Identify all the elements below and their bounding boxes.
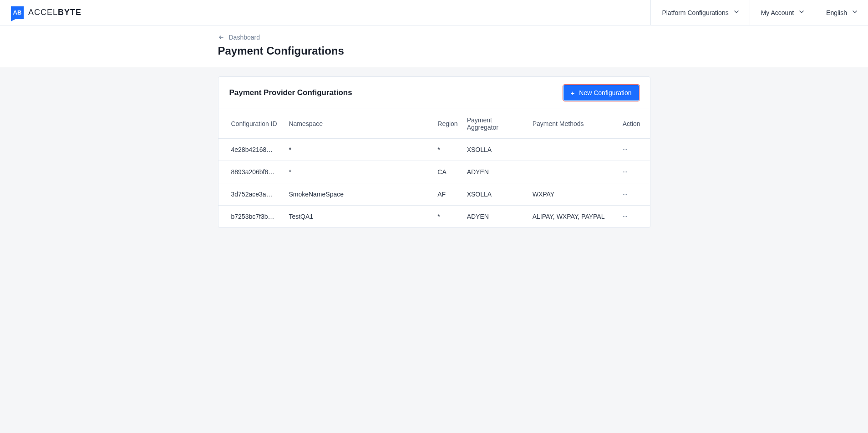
new-configuration-button[interactable]: + New Configuration bbox=[563, 85, 639, 101]
cell-methods bbox=[528, 161, 618, 183]
cell-namespace: TestQA1 bbox=[284, 206, 433, 228]
brand-icon-text: AB bbox=[13, 9, 22, 16]
header-region: Region bbox=[433, 109, 462, 139]
brand-name: ACCELBYTE bbox=[28, 8, 81, 17]
header-config-id: Configuration ID bbox=[218, 109, 284, 139]
card-title: Payment Provider Configurations bbox=[229, 88, 352, 97]
cell-config-id: b7253bc7f3b… bbox=[218, 206, 284, 228]
cell-config-id: 8893a206bf8… bbox=[218, 161, 284, 183]
more-actions-icon[interactable]: ··· bbox=[623, 146, 627, 153]
payment-provider-card: Payment Provider Configurations + New Co… bbox=[218, 76, 650, 228]
my-account-menu[interactable]: My Account bbox=[750, 0, 815, 25]
language-menu[interactable]: English bbox=[815, 0, 868, 25]
table-row: b7253bc7f3b…TestQA1*ADYENALIPAY, WXPAY, … bbox=[218, 206, 650, 228]
card-header: Payment Provider Configurations + New Co… bbox=[218, 77, 650, 109]
platform-configurations-menu[interactable]: Platform Configurations bbox=[650, 0, 749, 25]
cell-region: * bbox=[433, 139, 462, 161]
arrow-left-icon[interactable] bbox=[218, 34, 224, 40]
new-configuration-label: New Configuration bbox=[579, 89, 631, 96]
page-body: Dashboard Payment Configurations Payment… bbox=[0, 25, 868, 433]
cell-namespace: * bbox=[284, 139, 433, 161]
platform-config-label: Platform Configurations bbox=[662, 9, 728, 16]
cell-region: CA bbox=[433, 161, 462, 183]
cell-namespace: SmokeNameSpace bbox=[284, 183, 433, 206]
content-area: Payment Provider Configurations + New Co… bbox=[0, 67, 868, 228]
breadcrumb: Dashboard bbox=[218, 34, 650, 41]
table-header-row: Configuration ID Namespace Region Paymen… bbox=[218, 109, 650, 139]
cell-config-id: 4e28b42168… bbox=[218, 139, 284, 161]
table-row: 4e28b42168…**XSOLLA··· bbox=[218, 139, 650, 161]
language-label: English bbox=[826, 9, 847, 16]
cell-action: ··· bbox=[618, 206, 650, 228]
cell-region: * bbox=[433, 206, 462, 228]
cell-region: AF bbox=[433, 183, 462, 206]
header-namespace: Namespace bbox=[284, 109, 433, 139]
cell-config-id: 3d752ace3a… bbox=[218, 183, 284, 206]
more-actions-icon[interactable]: ··· bbox=[623, 212, 627, 220]
page-title: Payment Configurations bbox=[218, 45, 650, 57]
header-methods: Payment Methods bbox=[528, 109, 618, 139]
cell-methods: WXPAY bbox=[528, 183, 618, 206]
cell-aggregator: XSOLLA bbox=[462, 139, 528, 161]
breadcrumb-dashboard-link[interactable]: Dashboard bbox=[229, 34, 260, 41]
cell-namespace: * bbox=[284, 161, 433, 183]
cell-aggregator: XSOLLA bbox=[462, 183, 528, 206]
header-right: Platform Configurations My Account Engli… bbox=[650, 0, 868, 25]
cell-action: ··· bbox=[618, 183, 650, 206]
more-actions-icon[interactable]: ··· bbox=[623, 190, 627, 198]
cell-methods: ALIPAY, WXPAY, PAYPAL bbox=[528, 206, 618, 228]
brand-icon: AB bbox=[11, 6, 24, 19]
chevron-down-icon bbox=[734, 10, 739, 15]
top-header: AB ACCELBYTE Platform Configurations My … bbox=[0, 0, 868, 25]
table-row: 8893a206bf8…*CAADYEN··· bbox=[218, 161, 650, 183]
more-actions-icon[interactable]: ··· bbox=[623, 168, 627, 176]
my-account-label: My Account bbox=[761, 9, 794, 16]
cell-methods bbox=[528, 139, 618, 161]
header-action: Action bbox=[618, 109, 650, 139]
plus-icon: + bbox=[571, 90, 575, 96]
cell-action: ··· bbox=[618, 139, 650, 161]
logo-area[interactable]: AB ACCELBYTE bbox=[0, 6, 81, 19]
chevron-down-icon bbox=[799, 10, 804, 15]
page-head: Dashboard Payment Configurations bbox=[0, 25, 868, 67]
cell-aggregator: ADYEN bbox=[462, 206, 528, 228]
cell-aggregator: ADYEN bbox=[462, 161, 528, 183]
chevron-down-icon bbox=[853, 10, 857, 15]
header-aggregator: Payment Aggregator bbox=[462, 109, 528, 139]
table-row: 3d752ace3a…SmokeNameSpaceAFXSOLLAWXPAY··… bbox=[218, 183, 650, 206]
configurations-table: Configuration ID Namespace Region Paymen… bbox=[218, 109, 650, 227]
cell-action: ··· bbox=[618, 161, 650, 183]
